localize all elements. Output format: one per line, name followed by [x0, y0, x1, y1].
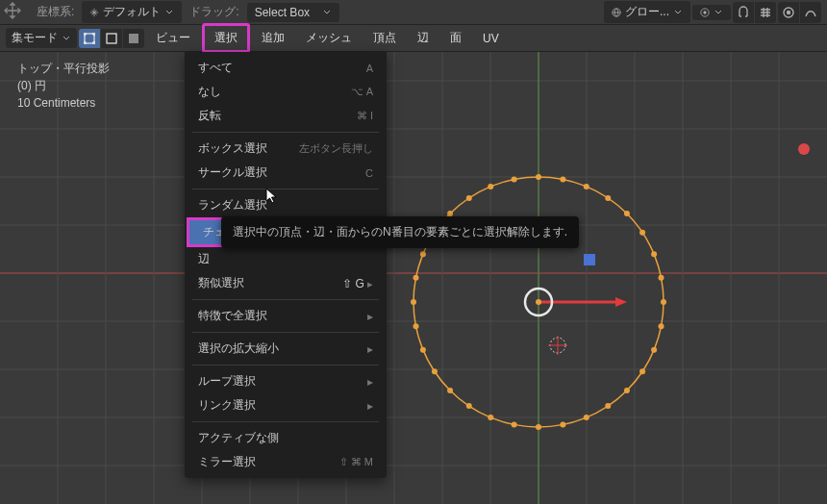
svg-point-61: [512, 176, 517, 182]
svg-point-47: [512, 422, 517, 428]
menu-face[interactable]: 面: [440, 26, 471, 50]
svg-point-65: [605, 195, 611, 201]
svg-point-73: [536, 299, 541, 305]
menu-linked[interactable]: リンク選択▸: [185, 393, 387, 417]
record-indicator-icon: [798, 143, 810, 155]
drag-value: Select Box: [255, 6, 310, 19]
svg-point-67: [639, 230, 645, 236]
cursor-3d-icon: [548, 336, 567, 355]
svg-point-50: [447, 388, 453, 393]
mode-label: 集モード: [12, 30, 58, 46]
svg-point-46: [536, 424, 541, 430]
svg-point-63: [560, 176, 565, 182]
menu-box-select[interactable]: ボックス選択左ボタン長押し: [185, 137, 387, 161]
svg-marker-71: [615, 297, 627, 307]
snap-mode-dropdown[interactable]: [755, 2, 776, 23]
drag-dropdown[interactable]: Select Box: [247, 3, 339, 22]
svg-point-69: [659, 275, 664, 281]
snap-toggle[interactable]: [733, 2, 754, 23]
chevron-down-icon: [62, 34, 71, 43]
mouse-cursor-icon: [264, 187, 282, 207]
viewport-3d[interactable]: トップ・平行投影 (0) 円 10 Centimeters: [0, 52, 827, 504]
overlay-projection: トップ・平行投影: [17, 60, 110, 77]
svg-point-44: [584, 415, 589, 420]
menu-circle-select[interactable]: サークル選択C: [185, 161, 387, 185]
menu-all-by-trait[interactable]: 特徴で全選択▸: [185, 304, 387, 328]
select-menu-panel: すべてA なし⌥ A 反転⌘ I ボックス選択左ボタン長押し サークル選択C ラ…: [185, 52, 387, 478]
chevron-down-icon: [164, 8, 174, 17]
svg-point-40: [651, 347, 657, 353]
menu-mirror[interactable]: ミラー選択⇧ ⌘ M: [185, 450, 387, 474]
snap-group: [733, 2, 776, 23]
svg-point-45: [560, 422, 565, 428]
menu-more-less[interactable]: 選択の拡大縮小▸: [185, 337, 387, 361]
menu-none[interactable]: なし⌥ A: [185, 80, 387, 104]
svg-point-49: [466, 403, 472, 409]
svg-point-62: [536, 174, 541, 180]
svg-point-55: [413, 275, 418, 281]
coord-system-value: デフォルト: [103, 4, 161, 20]
menu-all[interactable]: すべてA: [185, 56, 387, 80]
menu-add[interactable]: 追加: [252, 26, 294, 50]
svg-rect-11: [129, 34, 138, 43]
menu-invert[interactable]: 反転⌘ I: [185, 104, 387, 128]
drag-label: ドラッグ:: [186, 4, 242, 20]
menu-vertex[interactable]: 頂点: [363, 26, 406, 50]
svg-point-68: [651, 251, 657, 257]
face-select-mode[interactable]: [123, 29, 144, 48]
svg-point-38: [661, 299, 666, 305]
proportional-toggle[interactable]: [778, 2, 799, 23]
svg-point-9: [93, 41, 96, 44]
chevron-down-icon: [714, 8, 723, 17]
menu-loops[interactable]: ループ選択▸: [185, 369, 387, 393]
svg-point-43: [605, 403, 611, 409]
pivot-dropdown[interactable]: [692, 5, 731, 20]
move-tool-icon[interactable]: [4, 2, 21, 22]
svg-point-54: [411, 299, 416, 305]
svg-point-4: [788, 11, 790, 13]
editor-menu-bar: 集モード ビュー 選択 追加 メッシュ 頂点 辺 面 UV: [0, 25, 827, 52]
select-mode-toggles: [79, 29, 144, 48]
menu-select[interactable]: 選択: [202, 23, 250, 53]
svg-point-48: [488, 415, 493, 420]
svg-point-60: [488, 184, 493, 189]
menu-mesh[interactable]: メッシュ: [296, 26, 362, 50]
svg-rect-10: [107, 34, 116, 43]
menu-random[interactable]: ランダム選択: [185, 193, 387, 217]
menu-side-active[interactable]: アクティブな側: [185, 426, 387, 450]
menu-sharp-edges[interactable]: 辺: [185, 247, 387, 271]
menu-uv[interactable]: UV: [473, 28, 509, 49]
menu-edge[interactable]: 辺: [408, 26, 439, 50]
proportional-group: [778, 2, 821, 23]
orientation-value: グロー...: [625, 4, 669, 20]
coord-system-label: 座標系:: [33, 4, 78, 20]
svg-point-59: [466, 195, 472, 201]
svg-point-41: [639, 368, 645, 374]
circle-mesh[interactable]: [399, 163, 688, 451]
overlay-object: (0) 円: [17, 77, 110, 94]
edge-select-mode[interactable]: [101, 29, 122, 48]
svg-point-7: [93, 33, 96, 36]
mode-dropdown[interactable]: 集モード: [6, 28, 77, 48]
transform-orientation-dropdown[interactable]: グロー...: [604, 1, 690, 23]
menu-view[interactable]: ビュー: [146, 26, 200, 50]
chevron-down-icon: [673, 8, 683, 17]
svg-point-66: [624, 211, 630, 216]
header-bar: 座標系: デフォルト ドラッグ: Select Box グロー...: [0, 0, 827, 25]
proportional-falloff[interactable]: [800, 2, 821, 23]
pivot-icon: [700, 8, 710, 17]
menu-similar[interactable]: 類似選択⇧ G ▸: [185, 271, 387, 295]
chevron-down-icon: [322, 8, 332, 17]
svg-point-64: [584, 184, 589, 189]
svg-point-53: [413, 323, 418, 329]
coord-system-dropdown[interactable]: デフォルト: [82, 1, 182, 23]
orientation-icon: [89, 8, 99, 17]
svg-point-51: [432, 368, 438, 374]
svg-point-52: [420, 347, 426, 353]
tooltip: 選択中の頂点・辺・面からのN番目の要素ごとに選択解除します.: [221, 216, 579, 248]
svg-point-1: [703, 11, 706, 13]
vertex-select-mode[interactable]: [79, 29, 100, 48]
svg-point-42: [624, 388, 630, 393]
overlay-scale: 10 Centimeters: [17, 94, 110, 112]
gizmo-plane-handle[interactable]: [584, 254, 595, 265]
